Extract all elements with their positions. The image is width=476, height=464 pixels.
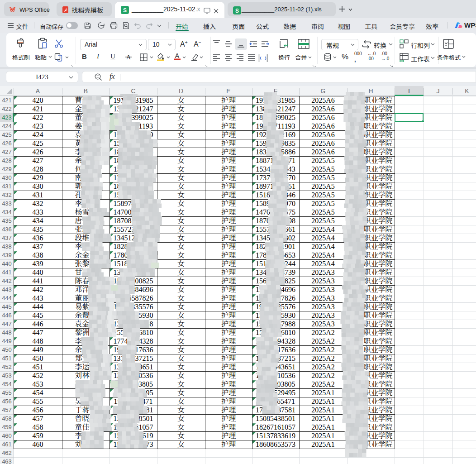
svg-text:A: A bbox=[36, 87, 40, 95]
svg-text:448: 448 bbox=[33, 337, 43, 345]
svg-text:434: 434 bbox=[2, 209, 12, 215]
svg-text:422: 422 bbox=[2, 105, 12, 112]
svg-text:437: 437 bbox=[2, 234, 12, 241]
svg-text:431: 431 bbox=[2, 183, 12, 190]
svg-text:452: 452 bbox=[2, 364, 12, 370]
svg-text:454: 454 bbox=[2, 381, 12, 387]
svg-text:447: 447 bbox=[2, 320, 12, 327]
svg-text:2025A5: 2025A5 bbox=[311, 191, 335, 199]
svg-text:438: 438 bbox=[33, 251, 43, 259]
svg-text:15085438501: 15085438501 bbox=[256, 415, 295, 422]
svg-text:2025A3: 2025A3 bbox=[311, 311, 335, 319]
svg-text:B: B bbox=[84, 87, 88, 95]
svg-text:I: I bbox=[408, 87, 410, 95]
svg-text:451: 451 bbox=[2, 355, 12, 362]
svg-text:2025A6: 2025A6 bbox=[311, 114, 335, 121]
svg-text:2025A2: 2025A2 bbox=[311, 337, 335, 345]
svg-text:2025A4: 2025A4 bbox=[311, 243, 335, 250]
svg-text:459: 459 bbox=[33, 432, 43, 440]
svg-text:437: 437 bbox=[33, 243, 43, 250]
svg-text:2025A2: 2025A2 bbox=[311, 346, 335, 354]
svg-text:2025A2: 2025A2 bbox=[311, 363, 335, 371]
svg-text:460: 460 bbox=[2, 432, 12, 439]
svg-text:441: 441 bbox=[2, 269, 12, 276]
svg-text:426: 426 bbox=[2, 140, 12, 147]
svg-text:2025A6: 2025A6 bbox=[311, 122, 335, 130]
svg-text:461: 461 bbox=[2, 441, 12, 448]
svg-text:2025A4: 2025A4 bbox=[311, 251, 335, 259]
svg-text:427: 427 bbox=[33, 157, 43, 164]
svg-text:2025A5: 2025A5 bbox=[311, 200, 335, 207]
svg-text:15137833619: 15137833619 bbox=[256, 432, 295, 440]
svg-text:460: 460 bbox=[33, 440, 43, 448]
svg-text:458: 458 bbox=[2, 415, 12, 422]
svg-text:443: 443 bbox=[33, 294, 43, 302]
svg-text:2025A1: 2025A1 bbox=[311, 423, 335, 431]
svg-text:449: 449 bbox=[33, 346, 43, 354]
svg-text:护理: 护理 bbox=[221, 439, 236, 449]
svg-text:420: 420 bbox=[33, 96, 43, 104]
svg-text:422: 422 bbox=[33, 114, 43, 121]
svg-text:433: 433 bbox=[33, 208, 43, 216]
svg-text:2025A2: 2025A2 bbox=[311, 372, 335, 379]
svg-text:426: 426 bbox=[33, 148, 43, 156]
svg-text:439: 439 bbox=[33, 260, 43, 268]
svg-text:435: 435 bbox=[2, 217, 12, 224]
svg-text:443: 443 bbox=[2, 286, 12, 293]
svg-text:430: 430 bbox=[2, 174, 12, 181]
svg-text:429: 429 bbox=[2, 166, 12, 172]
svg-text:2025A1: 2025A1 bbox=[311, 397, 335, 405]
svg-text:女: 女 bbox=[177, 439, 185, 449]
svg-text:2025A1: 2025A1 bbox=[311, 406, 335, 414]
svg-text:2025A3: 2025A3 bbox=[311, 268, 335, 276]
svg-text:2025A1: 2025A1 bbox=[311, 389, 335, 397]
svg-text:444: 444 bbox=[2, 295, 12, 301]
svg-text:463: 463 bbox=[2, 458, 12, 464]
svg-text:2025A3: 2025A3 bbox=[311, 286, 335, 293]
svg-text:421: 421 bbox=[33, 105, 43, 113]
svg-text:445: 445 bbox=[2, 303, 12, 310]
svg-text:2025A5: 2025A5 bbox=[311, 182, 335, 190]
svg-text:444: 444 bbox=[33, 303, 43, 311]
svg-text:2025A3: 2025A3 bbox=[311, 294, 335, 302]
svg-text:453: 453 bbox=[33, 380, 43, 388]
svg-text:424: 424 bbox=[33, 131, 43, 139]
svg-text:434: 434 bbox=[33, 217, 43, 225]
svg-text:G: G bbox=[321, 87, 326, 95]
svg-text:2025A3: 2025A3 bbox=[311, 277, 335, 285]
svg-text:430: 430 bbox=[33, 182, 43, 190]
svg-text:423: 423 bbox=[2, 114, 12, 121]
svg-text:2025A4: 2025A4 bbox=[311, 225, 335, 233]
svg-text:457: 457 bbox=[2, 407, 12, 413]
svg-text:435: 435 bbox=[33, 225, 43, 233]
svg-text:456: 456 bbox=[33, 406, 43, 414]
svg-text:2025A6: 2025A6 bbox=[311, 105, 335, 113]
svg-text:451: 451 bbox=[33, 363, 43, 371]
svg-text:424: 424 bbox=[2, 123, 12, 129]
svg-text:421: 421 bbox=[2, 97, 12, 104]
svg-text:439: 439 bbox=[2, 252, 12, 258]
svg-text:18267161057: 18267161057 bbox=[256, 423, 295, 431]
svg-text:453: 453 bbox=[2, 372, 12, 379]
svg-text:458: 458 bbox=[33, 423, 43, 431]
svg-text:428: 428 bbox=[2, 157, 12, 164]
svg-text:2025A5: 2025A5 bbox=[311, 157, 335, 164]
svg-text:429: 429 bbox=[33, 174, 43, 182]
svg-text:427: 427 bbox=[2, 148, 12, 155]
svg-text:2025A1: 2025A1 bbox=[311, 440, 335, 448]
svg-text:447: 447 bbox=[33, 329, 43, 336]
svg-text:450: 450 bbox=[2, 346, 12, 353]
svg-text:436: 436 bbox=[33, 234, 43, 242]
svg-text:459: 459 bbox=[2, 424, 12, 431]
svg-text:2025A6: 2025A6 bbox=[311, 139, 335, 147]
svg-text:2025A5: 2025A5 bbox=[311, 217, 335, 225]
svg-text:440: 440 bbox=[2, 260, 12, 267]
svg-text:S: S bbox=[123, 7, 127, 14]
svg-text:E: E bbox=[226, 87, 230, 95]
svg-text:2025A5: 2025A5 bbox=[311, 174, 335, 182]
svg-text:2025A3: 2025A3 bbox=[311, 303, 335, 311]
svg-text:2025A5: 2025A5 bbox=[311, 208, 335, 216]
svg-text:2025A2: 2025A2 bbox=[311, 380, 335, 388]
svg-text:2025A6: 2025A6 bbox=[311, 131, 335, 139]
svg-text:450: 450 bbox=[33, 354, 43, 362]
